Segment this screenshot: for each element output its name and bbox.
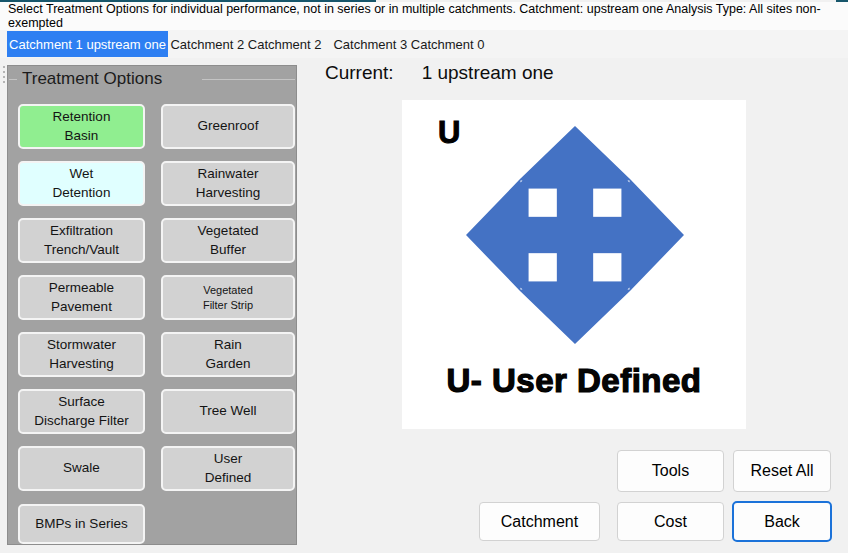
instruction-text: Select Treatment Options for individual …	[8, 2, 848, 30]
cost-button[interactable]: Cost	[617, 502, 724, 541]
instruction-bar: Select Treatment Options for individual …	[0, 2, 848, 30]
treatment-rainwater-harvesting-button[interactable]: Rainwater Harvesting	[161, 161, 295, 206]
current-value: 1 upstream one	[422, 62, 554, 84]
tab-label: Catchment 1 upstream one	[9, 37, 166, 52]
groupbox-border-line	[9, 79, 17, 80]
treatment-bmps-in-series-button[interactable]: BMPs in Series	[18, 504, 145, 544]
tools-button[interactable]: Tools	[617, 450, 724, 492]
treatment-greenroof-button[interactable]: Greenroof	[161, 104, 295, 149]
current-label: Current:	[325, 62, 394, 84]
treatment-swale-button[interactable]: Swale	[18, 446, 145, 491]
treatment-exfiltration-trench-vault-button[interactable]: Exfiltration Trench/Vault	[18, 218, 145, 263]
catchment-button[interactable]: Catchment	[479, 502, 600, 541]
treatment-vegetated-buffer-button[interactable]: Vegetated Buffer	[161, 218, 295, 263]
reset-all-button[interactable]: Reset All	[733, 450, 831, 492]
preview-letter: U	[438, 116, 460, 150]
app-window: Select Treatment Options for individual …	[0, 0, 848, 553]
tab-strip-grip-handle[interactable]	[3, 66, 5, 83]
treatment-surface-discharge-filter-button[interactable]: Surface Discharge Filter	[18, 389, 145, 434]
treatment-user-defined-button[interactable]: User Defined	[161, 446, 295, 491]
treatment-wet-detention-button[interactable]: Wet Detention	[18, 161, 145, 206]
treatment-stormwater-harvesting-button[interactable]: Stormwater Harvesting	[18, 332, 145, 377]
catchment-tab-strip: Catchment 1 upstream one Catchment 2 Cat…	[0, 30, 848, 58]
treatment-rain-garden-button[interactable]: Rain Garden	[161, 332, 295, 377]
treatment-options-title: Treatment Options	[22, 69, 162, 89]
back-button[interactable]: Back	[732, 501, 832, 542]
treatment-permeable-pavement-button[interactable]: Permeable Pavement	[18, 275, 145, 320]
tab-catchment-2[interactable]: Catchment 2 Catchment 2	[170, 31, 322, 57]
four-way-move-arrows-icon	[464, 124, 686, 346]
treatment-retention-basin-button[interactable]: Retention Basin	[18, 104, 145, 149]
treatment-tree-well-button[interactable]: Tree Well	[161, 389, 295, 434]
tab-catchment-1[interactable]: Catchment 1 upstream one	[7, 31, 168, 57]
current-selection-line: Current: 1 upstream one	[325, 62, 554, 84]
treatment-vegetated-filter-strip-button[interactable]: Vegetated Filter Strip	[161, 275, 295, 320]
groupbox-border-line	[202, 79, 295, 80]
tab-catchment-3[interactable]: Catchment 3 Catchment 0	[332, 31, 486, 57]
tab-label: Catchment 3 Catchment 0	[333, 37, 484, 52]
tab-label: Catchment 2 Catchment 2	[170, 37, 321, 52]
preview-caption: U- User Defined	[402, 364, 746, 397]
treatment-options-groupbox: Treatment Options Retention Basin Wet De…	[7, 65, 297, 545]
treatment-preview-image: U U- User Defined	[402, 100, 746, 429]
